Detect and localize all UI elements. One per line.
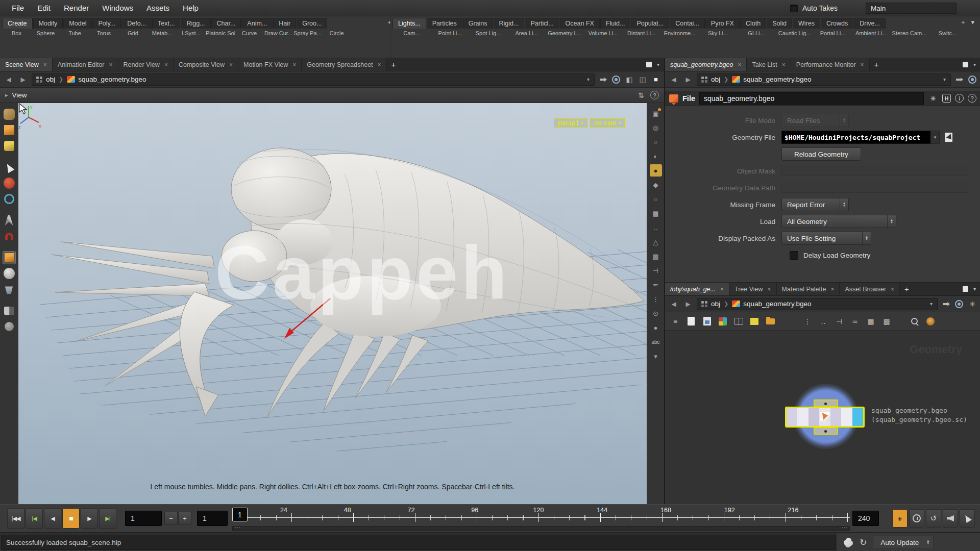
current-frame-marker[interactable]: 1: [232, 508, 248, 521]
memory-usage-icon[interactable]: [844, 540, 849, 545]
column-menu-icon[interactable]: ▾: [650, 350, 662, 362]
node-display-flag[interactable]: [814, 427, 838, 435]
shelf-tool[interactable]: Geometry L...: [546, 30, 584, 57]
forward-icon[interactable]: ▶: [17, 74, 29, 85]
shelf-tool[interactable]: LSyst...: [177, 30, 206, 57]
shelf-tab[interactable]: Populat...: [631, 18, 669, 29]
shelf-tab[interactable]: Cloth: [740, 18, 766, 29]
path-dropdown-icon[interactable]: ▾: [585, 77, 591, 82]
pane-tab[interactable]: Tree View ×: [729, 283, 777, 295]
split-view-icon[interactable]: ◫: [638, 74, 648, 85]
shelf-tab[interactable]: Fluid...: [600, 18, 631, 29]
shelf-tab[interactable]: Pyro FX: [705, 18, 740, 29]
distribute-nodes-icon[interactable]: ≂: [850, 316, 860, 327]
align-nodes-icon[interactable]: ⊣: [834, 316, 844, 327]
shelf-tool[interactable]: Distant Li...: [622, 30, 660, 57]
gear-icon[interactable]: ✳: [928, 93, 938, 104]
start-frame-field[interactable]: 1: [125, 511, 162, 526]
shelf-tab[interactable]: Lights...: [393, 18, 426, 29]
path-field[interactable]: obj ❯ squab_geometry.bgeo ▾: [32, 73, 595, 86]
file-browse-icon[interactable]: [945, 133, 952, 142]
import-tool-icon[interactable]: [3, 108, 16, 121]
layout-panes-icon[interactable]: [734, 318, 743, 325]
follow-selection-icon[interactable]: [955, 300, 963, 308]
grid-display-icon[interactable]: ▩: [881, 316, 892, 327]
shelf-tab[interactable]: Anim...: [241, 18, 273, 29]
pane-tab[interactable]: Scene View ×: [0, 58, 53, 71]
playbar-pointer-icon[interactable]: [960, 509, 975, 528]
pane-tab[interactable]: Geometry Spreadsheet ×: [302, 58, 386, 71]
display-packed-as-dropdown[interactable]: Use File Setting: [781, 232, 871, 245]
shelf-tab[interactable]: Ocean FX: [560, 18, 600, 29]
sort-icon[interactable]: ⇅: [638, 91, 644, 99]
maximize-pane-icon[interactable]: [646, 62, 652, 67]
no-clip-icon[interactable]: ○: [650, 136, 662, 148]
snapshot-icon[interactable]: ◧: [624, 74, 634, 85]
particle-display-icon[interactable]: ⋮: [650, 293, 662, 305]
maximize-pane-icon[interactable]: [963, 286, 968, 292]
back-icon[interactable]: ◀: [668, 74, 679, 85]
expand-icon[interactable]: ▸: [5, 92, 8, 98]
material-display-icon[interactable]: ○: [650, 193, 662, 205]
shelf-tool[interactable]: Switc...: [928, 30, 967, 57]
wireframe-display-icon[interactable]: ▦: [650, 207, 662, 219]
loop-mode-icon[interactable]: ↺: [926, 509, 941, 528]
rotate-tool-icon[interactable]: [3, 192, 16, 206]
missing-frame-dropdown[interactable]: Report Error: [781, 198, 849, 211]
view-node-icon[interactable]: [926, 317, 935, 325]
snap-magnet-icon[interactable]: [3, 230, 16, 243]
shelf-tool[interactable]: Spray Pa...: [293, 30, 322, 57]
network-box-icon[interactable]: [766, 318, 775, 324]
menu-item[interactable]: File: [5, 4, 31, 12]
pane-tab[interactable]: Motion FX View ×: [238, 58, 302, 71]
set-keyframe-button[interactable]: +: [892, 509, 908, 528]
color-palette-icon[interactable]: [719, 317, 727, 325]
hscript-icon[interactable]: H: [942, 94, 951, 103]
menu-item[interactable]: Help: [176, 4, 205, 12]
breadcrumb-node[interactable]: squab_geometry.bgeo: [67, 76, 146, 83]
menu-item[interactable]: Assets: [140, 4, 176, 12]
viewport-lookthrough-selector[interactable]: no cam ▾: [590, 118, 625, 128]
shelf-tool[interactable]: Sphere: [31, 30, 60, 57]
shelf-tool[interactable]: Torus: [89, 30, 118, 57]
shelf-tab[interactable]: Poly...: [92, 18, 121, 29]
auto-takes-checkbox[interactable]: [790, 5, 798, 12]
pane-tab[interactable]: Animation Editor ×: [53, 58, 118, 71]
transport-button[interactable]: |◀: [26, 508, 43, 529]
text-overlay-icon[interactable]: abc: [650, 336, 662, 348]
pane-tab[interactable]: Render View ×: [118, 58, 174, 71]
close-icon[interactable]: ×: [830, 286, 834, 292]
shelf-tool[interactable]: Box: [2, 30, 31, 57]
forward-icon[interactable]: ▶: [682, 299, 694, 309]
shelf-tool[interactable]: Curve: [235, 30, 264, 57]
close-icon[interactable]: ×: [768, 286, 771, 292]
dot-column-icon[interactable]: ⋮: [802, 316, 813, 327]
close-icon[interactable]: ×: [782, 62, 786, 68]
end-frame-field[interactable]: 240: [852, 511, 879, 526]
pane-tab[interactable]: Material Palette ×: [777, 283, 840, 295]
shelf-tab[interactable]: Modify: [33, 18, 63, 29]
shelf-tool[interactable]: Point Li...: [431, 30, 469, 57]
shelf-tab[interactable]: Contai...: [670, 18, 705, 29]
timeline-ruler[interactable]: 24487296120144168192216 1: [232, 507, 850, 524]
node-bypass-flag[interactable]: [814, 399, 838, 407]
shelf-tool[interactable]: Sky Li...: [699, 30, 737, 57]
transport-button[interactable]: ◀: [44, 508, 61, 529]
pane-tab[interactable]: squab_geometry.bgeo ×: [665, 58, 747, 71]
pane-tab[interactable]: Take List ×: [747, 58, 791, 71]
shelf-tab[interactable]: Text...: [152, 18, 180, 29]
path-dropdown-icon[interactable]: ▾: [928, 301, 934, 307]
transport-button[interactable]: ■: [62, 508, 80, 529]
shelf-tool[interactable]: Environme...: [660, 30, 699, 57]
breadcrumb-root[interactable]: obj: [35, 76, 55, 83]
shelf-tool[interactable]: Metab...: [148, 30, 177, 57]
shelf-tool[interactable]: Platonic Sol...: [206, 30, 235, 57]
transport-button[interactable]: ▶|: [99, 508, 116, 529]
refresh-icon[interactable]: ↻: [860, 537, 867, 548]
file-history-dropdown-icon[interactable]: ▾: [930, 131, 940, 144]
file-node-icon[interactable]: [669, 94, 678, 103]
geometry-file-input[interactable]: $HOME/HoudiniProjects/squabProject: [781, 131, 930, 144]
lock-camera-icon[interactable]: ◎: [650, 121, 662, 134]
handles-tool-icon[interactable]: [3, 214, 16, 227]
group-display-icon[interactable]: ≂: [650, 279, 662, 291]
